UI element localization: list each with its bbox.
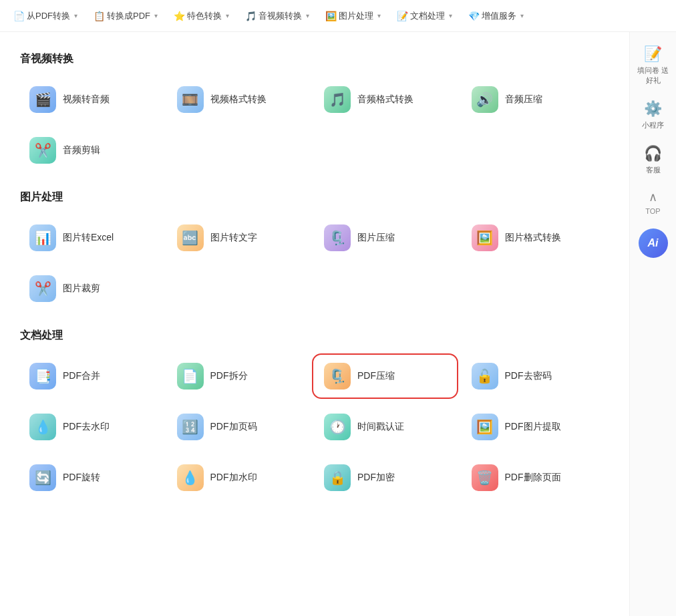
nav-item-doc[interactable]: 📝 文档处理 ▾	[390, 6, 459, 26]
grid-item-audio-compress[interactable]: 🔊音频压缩	[462, 80, 603, 120]
chevron-icon-av: ▾	[306, 12, 309, 19]
item-label-pdf-encrypt: PDF加密	[357, 472, 395, 484]
item-icon-pdf-rotate: 🔄	[29, 464, 56, 491]
grid-item-img-crop[interactable]: ✂️图片裁剪	[20, 269, 161, 309]
item-icon-video-to-audio: 🎬	[29, 86, 56, 113]
item-label-img-format: 图片格式转换	[505, 232, 561, 244]
item-label-pdf-pagecode: PDF加页码	[210, 421, 257, 433]
grid-item-img-excel[interactable]: 📊图片转Excel	[20, 218, 161, 258]
grid-doc-section: 📑PDF合并📄PDF拆分🗜️PDF压缩🔓PDF去密码💧PDF去水印🔢PDF加页码…	[20, 356, 603, 498]
chevron-icon-special: ▾	[226, 12, 229, 19]
item-icon-img-excel: 📊	[29, 224, 56, 251]
item-icon-img-format: 🖼️	[472, 224, 498, 251]
nav-item-from-pdf[interactable]: 📄 从PDF转换 ▾	[7, 6, 84, 26]
nav-item-to-pdf[interactable]: 📋 转换成PDF ▾	[87, 6, 164, 26]
grid-item-pdf-compress[interactable]: 🗜️PDF压缩	[315, 356, 456, 396]
chevron-icon-img: ▾	[377, 12, 381, 19]
item-icon-pdf-img-extract: 🖼️	[472, 414, 498, 440]
nav-label-special: 特色转换	[187, 10, 222, 22]
top-nav: 📄 从PDF转换 ▾ 📋 转换成PDF ▾ ⭐ 特色转换 ▾ 🎵 音视频转换 ▾…	[0, 0, 676, 32]
item-icon-pdf-delete: 🗑️	[472, 464, 498, 491]
item-icon-audio-format: 🎵	[324, 86, 351, 113]
item-icon-pdf-watermark-add: 💧	[177, 464, 204, 491]
chevron-icon-value: ▾	[520, 12, 524, 19]
scroll-area[interactable]: 音视频转换🎬视频转音频🎞️视频格式转换🎵音频格式转换🔊音频压缩✂️音频剪辑图片处…	[0, 32, 629, 616]
nav-item-av[interactable]: 🎵 音视频转换 ▾	[238, 6, 316, 26]
grid-item-pdf-merge[interactable]: 📑PDF合并	[20, 356, 161, 396]
grid-item-img-format[interactable]: 🖼️图片格式转换	[462, 218, 603, 258]
item-icon-audio-compress: 🔊	[472, 86, 498, 113]
grid-item-img-text[interactable]: 🔤图片转文字	[168, 218, 309, 258]
chevron-icon-doc: ▾	[449, 12, 452, 19]
item-label-audio-compress: 音频压缩	[505, 94, 542, 106]
grid-item-pdf-watermark-add[interactable]: 💧PDF加水印	[168, 458, 309, 498]
nav-label-from-pdf: 从PDF转换	[27, 10, 70, 22]
grid-item-pdf-rotate[interactable]: 🔄PDF旋转	[20, 458, 161, 498]
nav-label-doc: 文档处理	[410, 10, 445, 22]
grid-item-pdf-encrypt[interactable]: 🔒PDF加密	[315, 458, 456, 498]
item-label-audio-cut: 音频剪辑	[63, 144, 100, 156]
nav-item-value[interactable]: 💎 增值服务 ▾	[462, 6, 530, 26]
item-icon-pdf-watermark-remove: 💧	[29, 414, 56, 440]
item-label-img-crop: 图片裁剪	[63, 283, 100, 295]
grid-item-video-to-audio[interactable]: 🎬视频转音频	[20, 80, 161, 120]
survey-button[interactable]: 📝 填问卷 送好礼	[633, 39, 673, 92]
item-label-pdf-decrypt: PDF去密码	[505, 370, 552, 382]
nav-icon-img: 🖼️	[325, 11, 336, 21]
grid-item-pdf-split[interactable]: 📄PDF拆分	[168, 356, 309, 396]
item-label-img-text: 图片转文字	[210, 232, 257, 244]
item-label-pdf-watermark-remove: PDF去水印	[63, 421, 110, 433]
nav-item-img[interactable]: 🖼️ 图片处理 ▾	[319, 6, 387, 26]
item-icon-pdf-decrypt: 🔓	[472, 363, 498, 390]
grid-av-section: 🎬视频转音频🎞️视频格式转换🎵音频格式转换🔊音频压缩✂️音频剪辑	[20, 80, 603, 170]
item-icon-img-crop: ✂️	[29, 275, 56, 302]
survey-label: 填问卷 送好礼	[636, 65, 671, 86]
item-label-img-excel: 图片转Excel	[63, 232, 114, 244]
grid-item-timestamp[interactable]: 🕐时间戳认证	[315, 407, 456, 447]
item-icon-img-compress: 🗜️	[324, 224, 351, 251]
item-icon-timestamp: 🕐	[324, 414, 351, 440]
ai-button[interactable]: Ai	[639, 228, 668, 258]
grid-item-video-format[interactable]: 🎞️视频格式转换	[168, 80, 309, 120]
item-label-pdf-merge: PDF合并	[63, 370, 100, 382]
nav-label-img: 图片处理	[339, 10, 373, 22]
item-label-audio-format: 音频格式转换	[357, 94, 413, 106]
item-label-timestamp: 时间戳认证	[357, 421, 404, 433]
nav-icon-special: ⭐	[174, 11, 184, 21]
item-icon-pdf-encrypt: 🔒	[324, 464, 351, 491]
nav-label-value: 增值服务	[482, 10, 516, 22]
support-button[interactable]: 🎧 客服	[633, 138, 673, 182]
grid-item-pdf-watermark-remove[interactable]: 💧PDF去水印	[20, 407, 161, 447]
section-doc-section: 文档处理📑PDF合并📄PDF拆分🗜️PDF压缩🔓PDF去密码💧PDF去水印🔢PD…	[20, 329, 603, 498]
grid-item-pdf-delete[interactable]: 🗑️PDF删除页面	[462, 458, 603, 498]
ai-label: Ai	[648, 237, 659, 249]
item-label-video-to-audio: 视频转音频	[63, 94, 110, 106]
top-arrow-icon: ∧	[649, 190, 657, 204]
main-content: 音视频转换🎬视频转音频🎞️视频格式转换🎵音频格式转换🔊音频压缩✂️音频剪辑图片处…	[0, 32, 676, 616]
nav-item-special[interactable]: ⭐ 特色转换 ▾	[167, 6, 236, 26]
grid-item-pdf-decrypt[interactable]: 🔓PDF去密码	[462, 356, 603, 396]
chevron-icon-to-pdf: ▾	[154, 12, 158, 19]
top-button[interactable]: ∧ TOP	[633, 183, 673, 222]
item-icon-pdf-compress: 🗜️	[324, 363, 351, 390]
miniapp-label: 小程序	[642, 120, 664, 130]
section-img-section: 图片处理📊图片转Excel🔤图片转文字🗜️图片压缩🖼️图片格式转换✂️图片裁剪	[20, 190, 603, 309]
grid-item-img-compress[interactable]: 🗜️图片压缩	[315, 218, 456, 258]
grid-item-audio-format[interactable]: 🎵音频格式转换	[315, 80, 456, 120]
grid-img-section: 📊图片转Excel🔤图片转文字🗜️图片压缩🖼️图片格式转换✂️图片裁剪	[20, 218, 603, 309]
nav-icon-av: 🎵	[245, 11, 256, 21]
support-icon: 🎧	[644, 145, 662, 162]
survey-icon: 📝	[644, 45, 662, 63]
item-icon-pdf-merge: 📑	[29, 363, 56, 390]
nav-icon-doc: 📝	[397, 11, 407, 21]
grid-item-pdf-pagecode[interactable]: 🔢PDF加页码	[168, 407, 309, 447]
item-label-pdf-watermark-add: PDF加水印	[210, 472, 257, 484]
grid-item-audio-cut[interactable]: ✂️音频剪辑	[20, 130, 161, 170]
section-av-section: 音视频转换🎬视频转音频🎞️视频格式转换🎵音频格式转换🔊音频压缩✂️音频剪辑	[20, 52, 603, 170]
item-label-img-compress: 图片压缩	[357, 232, 395, 244]
miniapp-button[interactable]: ⚙️ 小程序	[633, 94, 673, 137]
item-label-pdf-split: PDF拆分	[210, 370, 248, 382]
item-icon-pdf-pagecode: 🔢	[177, 414, 204, 440]
section-title-img-section: 图片处理	[20, 190, 603, 204]
grid-item-pdf-img-extract[interactable]: 🖼️PDF图片提取	[462, 407, 603, 447]
